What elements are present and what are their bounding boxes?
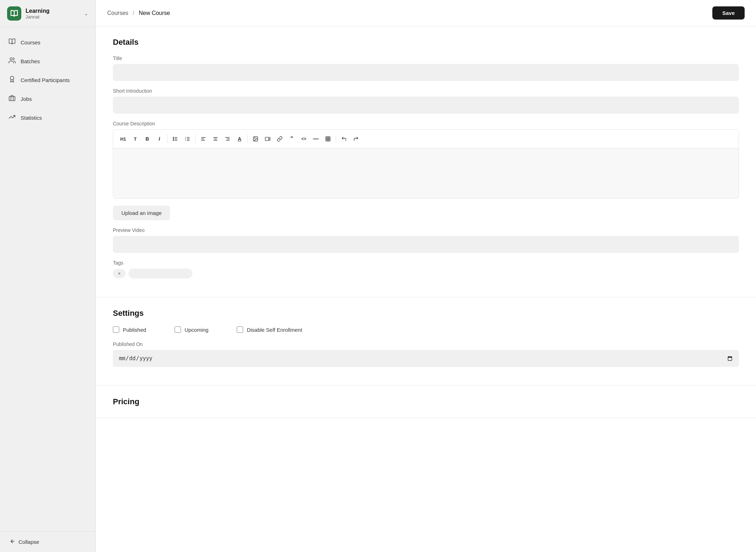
sidebar-item-courses[interactable]: Courses: [0, 33, 95, 52]
title-label: Title: [113, 55, 739, 61]
sidebar-nav: Courses Batches Certified Participants J…: [0, 27, 95, 531]
sidebar-item-batches[interactable]: Batches: [0, 52, 95, 71]
collapse-icon: [9, 538, 15, 546]
upcoming-label: Upcoming: [185, 327, 209, 333]
sidebar-item-jobs[interactable]: Jobs: [0, 90, 95, 108]
toolbar-italic[interactable]: I: [154, 133, 165, 145]
settings-checkboxes: Published Upcoming Disable Self Enrollme…: [113, 326, 739, 333]
breadcrumb-separator: /: [133, 10, 134, 16]
toolbar-divider-4: [336, 135, 336, 143]
sidebar-item-statistics-label: Statistics: [21, 115, 42, 121]
breadcrumb: Courses / New Course: [107, 10, 170, 16]
svg-rect-2: [9, 97, 15, 101]
toolbar-video[interactable]: [262, 133, 273, 145]
disable-self-enrollment-checkbox[interactable]: [237, 326, 243, 333]
settings-section: Settings Published Upcoming Disable Self…: [96, 297, 756, 386]
toolbar-text[interactable]: T: [130, 133, 141, 145]
brand-icon: [7, 6, 21, 21]
sidebar-item-certified-label: Certified Participants: [21, 77, 70, 83]
svg-text:3.: 3.: [185, 139, 186, 141]
svg-point-9: [173, 140, 174, 141]
toolbar-undo[interactable]: [338, 133, 350, 145]
tags-label: Tags: [113, 260, 739, 266]
svg-point-0: [10, 58, 12, 60]
editor-body[interactable]: [113, 148, 739, 198]
preview-video-label: Preview Video: [113, 227, 739, 233]
sidebar-item-jobs-label: Jobs: [21, 96, 32, 102]
briefcase-icon: [9, 94, 16, 103]
toolbar-quote[interactable]: ": [286, 133, 297, 145]
disable-self-enrollment-checkbox-label[interactable]: Disable Self Enrollment: [237, 326, 302, 333]
description-group: Course Description H1 T B I 1.2.3.: [113, 121, 739, 199]
sidebar: Learning Jannat ⌄ Courses Batches Certif…: [0, 0, 96, 552]
brand-name: Learning: [26, 8, 50, 14]
sidebar-item-courses-label: Courses: [21, 39, 40, 45]
toolbar-code[interactable]: <>: [298, 133, 309, 145]
users-icon: [9, 57, 16, 66]
published-on-label: Published On: [113, 341, 739, 347]
title-group: Title: [113, 55, 739, 81]
toolbar-bold[interactable]: B: [142, 133, 153, 145]
toolbar-align-center[interactable]: [210, 133, 221, 145]
published-label: Published: [123, 327, 146, 333]
toolbar-image[interactable]: [250, 133, 261, 145]
toolbar-bullet-list[interactable]: [170, 133, 181, 145]
upload-image-button[interactable]: Upload an image: [113, 206, 170, 220]
toolbar-redo[interactable]: [350, 133, 362, 145]
tag-item: ×: [113, 269, 126, 278]
save-button[interactable]: Save: [712, 6, 745, 20]
upcoming-checkbox-label[interactable]: Upcoming: [175, 326, 209, 333]
svg-rect-27: [265, 137, 269, 140]
details-section: Details Title Short Introduction Course …: [96, 26, 756, 297]
svg-point-7: [173, 137, 174, 138]
toolbar-ordered-list[interactable]: 1.2.3.: [182, 133, 193, 145]
chevron-down-icon[interactable]: ⌄: [84, 11, 88, 16]
published-on-input[interactable]: [113, 350, 739, 367]
tag-remove-button[interactable]: ×: [118, 271, 121, 276]
published-on-group: Published On: [113, 341, 739, 367]
tag-input[interactable]: [128, 269, 192, 278]
content-area: Details Title Short Introduction Course …: [96, 26, 756, 552]
short-intro-input[interactable]: [113, 97, 739, 114]
toolbar-h1[interactable]: H1: [117, 133, 129, 145]
toolbar-align-right[interactable]: [222, 133, 233, 145]
settings-title: Settings: [113, 309, 739, 318]
brand-user: Jannat: [26, 14, 50, 20]
toolbar-underline[interactable]: A: [234, 133, 245, 145]
sidebar-item-batches-label: Batches: [21, 58, 40, 64]
toolbar-align-left[interactable]: [198, 133, 209, 145]
collapse-button[interactable]: Collapse: [9, 538, 87, 546]
tags-group: Tags ×: [113, 260, 739, 278]
certificate-icon: [9, 76, 16, 85]
sidebar-header: Learning Jannat ⌄: [0, 0, 95, 27]
tags-container: ×: [113, 269, 739, 278]
breadcrumb-root[interactable]: Courses: [107, 10, 128, 16]
svg-point-8: [173, 139, 174, 139]
topbar: Courses / New Course Save: [96, 0, 756, 26]
editor-toolbar: H1 T B I 1.2.3.: [113, 130, 739, 148]
preview-video-input[interactable]: [113, 236, 739, 253]
published-checkbox[interactable]: [113, 326, 119, 333]
published-checkbox-label[interactable]: Published: [113, 326, 146, 333]
sidebar-item-certified-participants[interactable]: Certified Participants: [0, 71, 95, 90]
svg-rect-29: [326, 137, 330, 141]
book-icon: [9, 38, 16, 47]
preview-video-group: Preview Video: [113, 227, 739, 253]
details-title: Details: [113, 38, 739, 47]
title-input[interactable]: [113, 64, 739, 81]
toolbar-hr[interactable]: —: [310, 133, 322, 145]
short-intro-group: Short Introduction: [113, 88, 739, 114]
collapse-label: Collapse: [18, 539, 39, 545]
toolbar-divider-2: [195, 135, 196, 143]
pricing-title: Pricing: [113, 397, 739, 406]
toolbar-table[interactable]: [322, 133, 334, 145]
sidebar-item-statistics[interactable]: Statistics: [0, 108, 95, 127]
upcoming-checkbox[interactable]: [175, 326, 181, 333]
svg-point-26: [254, 138, 255, 139]
description-label: Course Description: [113, 121, 739, 126]
breadcrumb-current: New Course: [139, 10, 170, 16]
pricing-section: Pricing: [96, 386, 756, 418]
toolbar-divider-1: [167, 135, 168, 143]
main-area: Courses / New Course Save Details Title …: [96, 0, 756, 552]
toolbar-link[interactable]: [274, 133, 285, 145]
